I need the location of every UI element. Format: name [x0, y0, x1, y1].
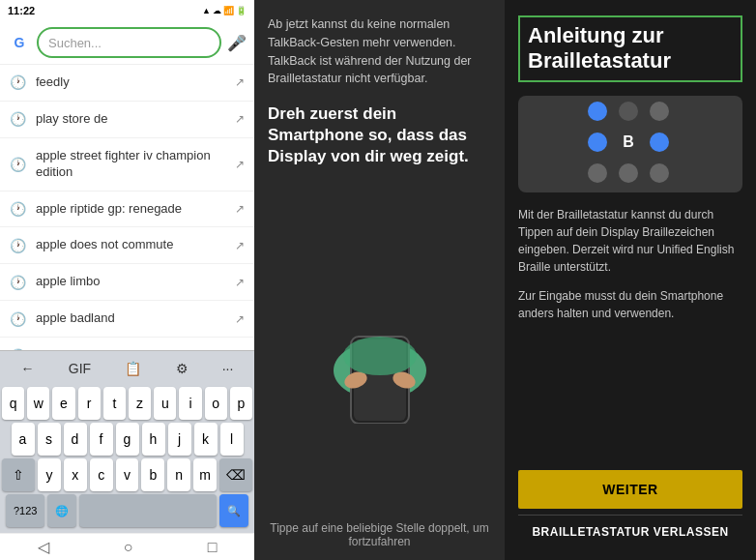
right-buttons: WEITER BRAILLETASTATUR VERLASSEN	[518, 470, 742, 548]
space-key[interactable]	[79, 494, 217, 527]
search-result-text: apple badland	[36, 310, 225, 327]
middle-heading: Dreh zuerst dein Smartphone so, dass das…	[268, 103, 491, 167]
key-m[interactable]: m	[193, 458, 217, 491]
status-time: 11:22	[8, 5, 35, 16]
clock-icon: 🕐	[10, 201, 26, 217]
dot-7	[619, 163, 638, 183]
key-f[interactable]: f	[90, 423, 113, 456]
right-panel-title: Anleitung zur Brailletastatur	[518, 15, 742, 82]
list-item[interactable]: 🕐 apple badland ↗	[0, 301, 254, 338]
key-a[interactable]: a	[12, 423, 35, 456]
key-z[interactable]: z	[129, 387, 151, 420]
clock-icon: 🕐	[10, 275, 26, 290]
key-k[interactable]: k	[194, 423, 218, 456]
svg-point-5	[343, 337, 417, 375]
keyboard-row-2: a s d f g h j k l	[2, 423, 252, 456]
key-c[interactable]: c	[90, 458, 113, 491]
list-item[interactable]: 🕐 apple does not commute ↗	[0, 227, 254, 264]
key-x[interactable]: x	[64, 458, 87, 491]
key-q[interactable]: q	[2, 387, 24, 420]
search-results-list: 🕐 feedly ↗ 🕐 play store de ↗ 🕐 apple str…	[0, 65, 254, 350]
gif-button[interactable]: GIF	[63, 357, 97, 380]
key-t[interactable]: t	[103, 387, 126, 420]
dot-8	[650, 163, 669, 183]
mic-icon[interactable]: 🎤	[227, 34, 247, 52]
clock-icon: 🕐	[10, 74, 26, 90]
arrow-icon: ↗	[235, 202, 245, 216]
battery-icon: 🔋	[236, 6, 247, 15]
nav-bar: ◁ ○ □	[0, 533, 254, 560]
verlassen-button[interactable]: BRAILLETASTATUR VERLASSEN	[518, 515, 742, 548]
signal-icon: 📶	[223, 6, 234, 15]
middle-footer: Tippe auf eine beliebige Stelle doppelt,…	[268, 510, 491, 548]
middle-body-text: Ab jetzt kannst du keine normalen TalkBa…	[268, 15, 491, 88]
wifi-icon: ☁	[213, 6, 221, 15]
recents-nav-icon[interactable]: □	[208, 539, 218, 556]
key-l[interactable]: l	[220, 423, 244, 456]
search-result-text: play store de	[36, 111, 225, 128]
keyboard: q w e r t z u i o p a s d f g h j k l ⇧ …	[0, 385, 254, 533]
shift-key[interactable]: ⇧	[2, 458, 35, 491]
braille-diagram: B	[518, 96, 742, 192]
keyboard-row-3: ⇧ y x c v b n m ⌫	[2, 458, 252, 491]
weiter-button[interactable]: WEITER	[518, 470, 742, 509]
arrow-icon: ↗	[235, 239, 245, 252]
status-bar: 11:22 ▲ ☁ 📶 🔋	[0, 0, 254, 21]
back-nav-icon[interactable]: ◁	[38, 538, 49, 556]
key-j[interactable]: j	[168, 423, 191, 456]
key-r[interactable]: r	[78, 387, 101, 420]
dot-2	[650, 102, 669, 121]
globe-key[interactable]: 🌐	[47, 494, 76, 527]
key-h[interactable]: h	[142, 423, 165, 456]
key-e[interactable]: e	[52, 387, 74, 420]
clipboard-icon[interactable]: 📋	[119, 357, 147, 380]
key-w[interactable]: w	[27, 387, 49, 420]
key-n[interactable]: n	[167, 458, 190, 491]
dot-6	[588, 163, 607, 183]
search-key[interactable]: 🔍	[219, 494, 248, 527]
key-i[interactable]: i	[179, 387, 201, 420]
key-o[interactable]: o	[205, 387, 227, 420]
home-nav-icon[interactable]: ○	[124, 539, 133, 556]
key-s[interactable]: s	[38, 423, 61, 456]
dot-3	[588, 133, 607, 152]
list-item[interactable]: 🕐 apple limbo ↗	[0, 264, 254, 301]
clock-icon: 🕐	[10, 238, 26, 253]
numbers-key[interactable]: ?123	[6, 494, 44, 527]
network-icon: ▲	[202, 6, 211, 15]
arrow-icon: ↗	[235, 75, 245, 89]
settings-icon[interactable]: ⚙	[170, 357, 194, 380]
dot-5	[650, 133, 669, 152]
arrow-icon: ↗	[235, 276, 245, 289]
list-item[interactable]: 🕐 feedly ↗	[0, 65, 254, 102]
dot-letter-b: B	[619, 133, 638, 152]
search-result-text: apple does not commute	[36, 237, 225, 253]
key-b[interactable]: b	[141, 458, 164, 491]
keyboard-bottom-row: ?123 🌐 🔍	[2, 494, 252, 531]
search-result-text: apple street fighter iv champion edition	[36, 148, 225, 181]
list-item[interactable]: 🕐 play store de ↗	[0, 102, 254, 138]
more-icon[interactable]: ···	[217, 357, 240, 380]
key-v[interactable]: v	[116, 458, 139, 491]
delete-key[interactable]: ⌫	[219, 458, 252, 491]
back-key[interactable]: ←	[15, 357, 41, 380]
key-y[interactable]: y	[38, 458, 61, 491]
list-item[interactable]: 🕐 apple street fighter iv champion editi…	[0, 138, 254, 192]
arrow-icon: ↗	[235, 112, 245, 126]
right-panel: Anleitung zur Brailletastatur B Mit der …	[505, 0, 756, 560]
key-d[interactable]: d	[64, 423, 87, 456]
arrow-icon: ↗	[235, 158, 245, 171]
key-p[interactable]: p	[230, 387, 252, 420]
list-item[interactable]: 🕐 apple icey ↗	[0, 338, 254, 350]
list-item[interactable]: 🕐 apple riptide gp: renegade ↗	[0, 192, 254, 228]
key-g[interactable]: g	[116, 423, 139, 456]
google-logo: G	[8, 31, 31, 54]
key-u[interactable]: u	[154, 387, 176, 420]
clock-icon: 🕐	[10, 111, 26, 127]
dot-0	[588, 102, 607, 121]
search-input-container[interactable]: Suchen...	[37, 27, 221, 58]
braille-dots-grid: B	[588, 102, 673, 187]
dot-1	[619, 102, 638, 121]
right-body-text-2: Zur Eingabe musst du dein Smartphone and…	[518, 287, 742, 322]
middle-panel: Ab jetzt kannst du keine normalen TalkBa…	[254, 0, 505, 560]
